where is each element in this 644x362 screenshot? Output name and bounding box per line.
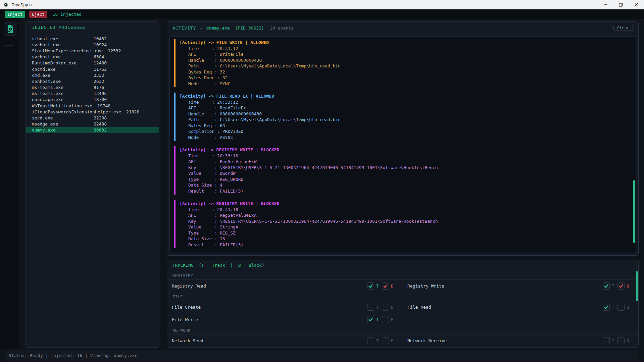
- entry-header: [Activity] -> REGISTRY WRITE | BLOCKED: [180, 201, 631, 207]
- tracking-checks: TB: [367, 316, 395, 323]
- process-row[interactable]: ms-teams.exe13496: [26, 91, 159, 97]
- track-checkbox[interactable]: [603, 337, 610, 344]
- tracking-label: Network Receive: [407, 338, 603, 343]
- entry-line: Value : DwordW: [180, 170, 631, 176]
- injected-processes-panel: INJECTED PROCESSES sihost.exe10432svchos…: [26, 21, 159, 348]
- toolbar: Inject Eject 16 injected: [0, 9, 644, 19]
- process-row[interactable]: cncmd.exe11752: [26, 66, 159, 72]
- activity-scrollbar[interactable]: [633, 180, 635, 243]
- process-name: dummy.exe: [32, 127, 94, 133]
- block-checkbox[interactable]: [382, 282, 389, 290]
- track-checkbox[interactable]: [367, 282, 374, 290]
- track-checkbox[interactable]: [367, 337, 374, 344]
- process-row[interactable]: unsecapp.exe18700: [26, 97, 159, 103]
- status-bar: Status: Ready | Injected: 16 | Viewing: …: [5, 350, 639, 361]
- app-window: ProcSpy++ Inject Eject 16 injected: [0, 0, 644, 362]
- track-letter: T: [376, 284, 380, 289]
- block-letter: B: [627, 305, 630, 310]
- process-row[interactable]: secd.exe22208: [26, 115, 159, 121]
- eject-button[interactable]: Eject: [29, 11, 47, 18]
- tracking-body: REGISTRYRegistry ReadTBRegistry WriteTBF…: [167, 271, 638, 347]
- process-row[interactable]: StartMenuExperienceHost.exe12532: [26, 48, 159, 54]
- block-checkbox[interactable]: [382, 337, 389, 344]
- entry-line: Path : C:\Users\Mysel\AppData\Local\Temp…: [180, 63, 631, 69]
- process-row[interactable]: svchost.exe6384: [26, 54, 159, 60]
- process-row[interactable]: conhost.exe2632: [26, 78, 159, 84]
- tracking-checks: TB: [367, 337, 395, 344]
- track-checkbox[interactable]: [367, 304, 374, 311]
- entry-line: Key : \REGISTRY\USER\S-1-5-21-1300321964…: [180, 218, 631, 224]
- block-checkbox[interactable]: [617, 337, 625, 344]
- clear-button[interactable]: Clear: [613, 25, 633, 31]
- activity-process: dummy.exe (PID 30632): [206, 25, 264, 31]
- block-checkbox[interactable]: [382, 304, 389, 311]
- track-letter: T: [612, 305, 615, 310]
- inject-button[interactable]: Inject: [5, 11, 25, 18]
- process-row[interactable]: iCloudPasswordsExtensionHelper.exe21828: [26, 109, 159, 115]
- process-name: sihost.exe: [32, 36, 94, 41]
- block-checkbox[interactable]: [617, 282, 625, 290]
- tracking-scrollbar[interactable]: [636, 271, 638, 301]
- process-pid: 11752: [94, 67, 107, 72]
- track-checkbox[interactable]: [603, 304, 610, 311]
- process-pid: 13496: [94, 91, 107, 96]
- entry-line: Type : REG_DWORD: [180, 176, 631, 183]
- tracking-panel: TRACKING (T = Track | B = Block) REGISTR…: [167, 260, 639, 348]
- process-pid: 2332: [94, 73, 104, 78]
- side-rail: [0, 19, 19, 349]
- track-letter: T: [376, 317, 380, 322]
- process-row[interactable]: sihost.exe10432: [26, 36, 159, 42]
- injected-count: 16 injected: [53, 12, 82, 17]
- process-row[interactable]: cmd.exe2332: [26, 72, 159, 78]
- block-checkbox[interactable]: [617, 304, 625, 311]
- activity-entry: [Activity] -> REGISTRY WRITE | BLOCKEDTi…: [174, 146, 631, 195]
- process-name: unsecapp.exe: [32, 97, 94, 102]
- process-pid: 12532: [108, 48, 121, 53]
- tracking-checks: TB: [603, 337, 630, 344]
- tracking-cell: Registry WriteTB: [403, 282, 638, 290]
- process-row[interactable]: WsToastNotification.exe19748: [26, 103, 159, 109]
- maximize-button[interactable]: [613, 0, 629, 9]
- checkmark-icon: [618, 283, 624, 289]
- track-checkbox[interactable]: [603, 282, 610, 290]
- process-row[interactable]: msedge.exe22488: [26, 121, 159, 127]
- track-letter: T: [376, 305, 380, 310]
- process-row[interactable]: ms-teams.exe9176: [26, 85, 159, 91]
- process-row[interactable]: RuntimeBroker.exe12480: [26, 60, 159, 66]
- track-checkbox[interactable]: [367, 316, 374, 323]
- minimize-icon: [604, 4, 607, 5]
- tracking-cell: Network SendTB: [167, 337, 403, 344]
- tracking-cell: File CreateTB: [167, 304, 403, 311]
- entry-line: Result : FAILED(5): [180, 242, 631, 248]
- restore-icon: [619, 3, 623, 7]
- block-letter: B: [627, 284, 630, 289]
- section-label: REGISTRY: [167, 271, 638, 280]
- checkmark-icon: [604, 283, 609, 289]
- activity-header: ACTIVITY — dummy.exe (PID 30632) 24 even…: [167, 22, 638, 34]
- entry-line: Bytes Done : 32: [180, 75, 631, 81]
- process-pid: 19748: [97, 103, 110, 108]
- tracking-checks: TB: [603, 282, 630, 290]
- close-button[interactable]: [629, 0, 644, 9]
- track-letter: T: [612, 339, 615, 343]
- entry-line: Type : REG_SZ: [180, 230, 631, 236]
- entry-line: Time : 20:33:18: [180, 153, 631, 159]
- process-name: ms-teams.exe: [32, 91, 94, 96]
- activity-entry: [Activity] -> FILE WRITE | ALLOWEDTime :…: [174, 39, 631, 87]
- track-letter: T: [376, 339, 380, 343]
- block-letter: B: [391, 284, 395, 289]
- process-pid: 12480: [94, 60, 107, 65]
- process-file-gear-icon: [7, 24, 14, 33]
- rail-divider: [4, 45, 14, 46]
- process-row[interactable]: dummy.exe30632: [26, 127, 159, 133]
- block-checkbox[interactable]: [382, 316, 389, 323]
- rail-process-button[interactable]: [4, 22, 17, 36]
- process-name: ms-teams.exe: [32, 85, 94, 90]
- process-row[interactable]: svchost.exe10924: [26, 42, 159, 48]
- tracking-label: Registry Write: [407, 283, 603, 289]
- window-titlebar: ProcSpy++: [0, 0, 644, 9]
- minimize-button[interactable]: [598, 0, 613, 9]
- process-name: StartMenuExperienceHost.exe: [32, 48, 108, 53]
- checkmark-icon: [604, 305, 609, 310]
- entry-line: Bytes Req : 63: [180, 123, 631, 129]
